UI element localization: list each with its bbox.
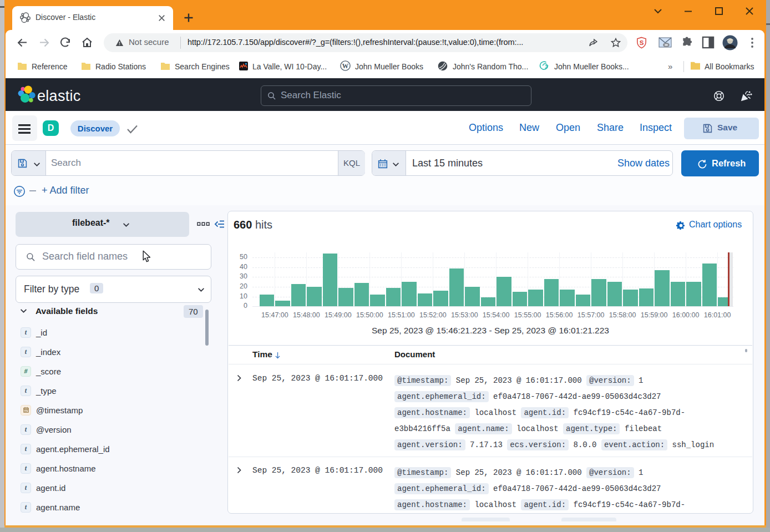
svg-text:S: S [640, 39, 644, 46]
svg-text:W: W [342, 63, 349, 69]
